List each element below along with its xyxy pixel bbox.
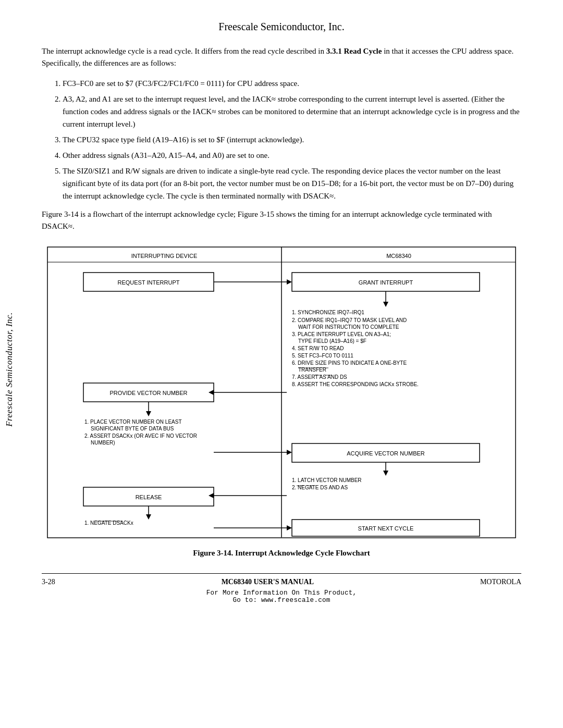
r-list1-item2: 2. COMPARE IRQ1–IRQ7 TO MASK LEVEL AND [292, 317, 407, 323]
figure-para: Figure 3-14 is a flowchart of the interr… [42, 208, 521, 232]
list-item-1: FC3–FC0 are set to $7 (FC3/FC2/FC1/FC0 =… [63, 77, 521, 90]
arrow-right-3 [287, 525, 292, 530]
flowchart-svg-container: INTERRUPTING DEVICE MC68340 REQUEST INTE… [42, 246, 521, 538]
bold-ref: 3.3.1 Read Cycle [326, 47, 382, 55]
arrow-down-3 [383, 471, 388, 476]
page-title: Freescale Semiconductor, Inc. [42, 21, 521, 33]
footer-sub1: For More Information On This Product, [42, 589, 521, 597]
r-list1-item3b: TYPE FIELD (A19–A16) = $F [298, 338, 366, 344]
footer-title: MC68340 USER'S MANUAL [222, 578, 314, 586]
arrow-down-4 [146, 514, 151, 520]
list-item-5: The SIZ0/SIZ1 and R/W signals are driven… [63, 165, 521, 202]
r-list1-item4: 4. SET R/W TO READ [292, 346, 344, 351]
footer-page: 3-28 [42, 578, 55, 586]
arrow-right-2 [287, 450, 292, 455]
l-list1-item1: 1. PLACE VECTOR NUMBER ON LEAST [84, 419, 182, 425]
list-item-2: A3, A2, and A1 are set to the interrupt … [63, 93, 521, 130]
footer-main: 3-28 MC68340 USER'S MANUAL MOTOROLA [42, 578, 521, 586]
footer-brand: MOTOROLA [480, 578, 521, 586]
r-list1-item8: 8. ASSERT THE CORRESPONDING IACKx STROBE… [292, 381, 419, 387]
flowchart-svg: INTERRUPTING DEVICE MC68340 REQUEST INTE… [47, 246, 516, 538]
acquire-vector-box: ACQUIRE VECTOR NUMBER [347, 450, 425, 456]
provide-vector-box: PROVIDE VECTOR NUMBER [110, 390, 188, 396]
intro-paragraph: The interrupt acknowledge cycle is a rea… [42, 45, 521, 69]
flowchart-section: INTERRUPTING DEVICE MC68340 REQUEST INTE… [42, 246, 521, 538]
r-list1-item3: 3. PLACE INTERRUPT LEVEL ON A3–A1; [292, 331, 391, 337]
request-interrupt-box: REQUEST INTERRUPT [118, 279, 180, 286]
r-list1-item5: 5. SET FC3–FC0 TO 0111 [292, 353, 353, 359]
right-header-label: MC68340 [386, 253, 411, 259]
l-list1-item2: 2. ASSERT DSACKx (OR AVEC IF NO VECTOR [84, 433, 197, 439]
r-list1-item1: 1. SYNCHRONIZE IRQ7–IRQ1 [292, 310, 364, 315]
list-item-4: Other address signals (A31–A20, A15–A4, … [63, 149, 521, 162]
sidebar-watermark: Freescale Semiconductor, Inc. [4, 312, 15, 427]
arrow-left-1 [209, 390, 214, 395]
intro-text: The interrupt acknowledge cycle is a rea… [42, 47, 326, 55]
figure-caption: Figure 3-14. Interrupt Acknowledge Cycle… [42, 549, 521, 558]
footer-sub2: Go to: www.freescale.com [42, 597, 521, 604]
arrow-left-2 [209, 493, 214, 498]
footer: 3-28 MC68340 USER'S MANUAL MOTOROLA For … [42, 573, 521, 604]
list-item-3: The CPU32 space type field (A19–A16) is … [63, 133, 521, 146]
arrow-down-1 [383, 302, 388, 307]
r-list2-item1: 1. LATCH VECTOR NUMBER [292, 477, 362, 483]
r-list1-item2b: WAIT FOR INSTRUCTION TO COMPLETE [298, 324, 399, 330]
main-list: FC3–FC0 are set to $7 (FC3/FC2/FC1/FC0 =… [63, 77, 521, 202]
arrow-down-2 [146, 411, 151, 416]
start-next-cycle-box: START NEXT CYCLE [358, 525, 414, 532]
release-box: RELEASE [136, 494, 162, 500]
left-header-label: INTERRUPTING DEVICE [131, 253, 198, 259]
r-list1-item6: 6. DRIVE SIZE PINS TO INDICATE A ONE-BYT… [292, 360, 407, 366]
grant-interrupt-box: GRANT INTERRUPT [359, 279, 413, 286]
arrow-right-1 [287, 279, 292, 285]
l-list1-item2b: NUMBER) [91, 440, 115, 446]
l-list1-item1b: SIGNIFICANT BYTE OF DATA BUS [91, 426, 174, 431]
page-container: Freescale Semiconductor, Inc. Freescale … [0, 0, 563, 728]
